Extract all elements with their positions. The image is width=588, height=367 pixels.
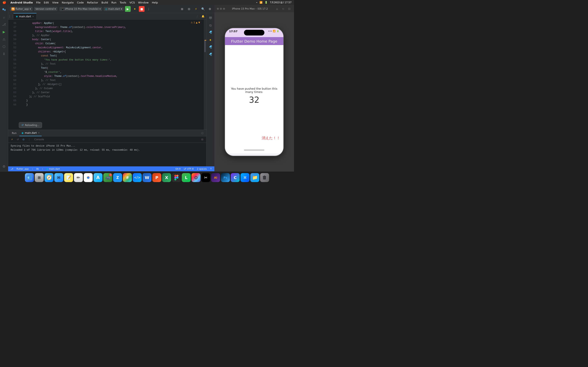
bottom-refresh-btn[interactable]: ↺ (16, 137, 20, 142)
layout-icon[interactable]: ⊟ (186, 6, 192, 12)
dock-trash-icon[interactable]: 🗑 (260, 173, 269, 182)
code-line-61: ], // <Widget>[] (20, 82, 204, 86)
lightning-icon[interactable]: ⚡ (193, 6, 199, 12)
device-manager-icon[interactable]: ⊞ (179, 6, 185, 12)
tab-grip[interactable]: ⋮⋮ (9, 13, 13, 19)
dock-files-icon[interactable]: 📁 (250, 173, 259, 182)
dock-vscode-icon[interactable]: </> (133, 173, 142, 182)
tab-action-bell[interactable]: 🔔 (200, 14, 205, 19)
star-button[interactable]: ✦ (132, 6, 138, 12)
code-content[interactable]: appBar: AppBar( backgroundColor: Theme.o… (18, 20, 206, 130)
warning-indicator[interactable]: ⚠ 1 ▲ ▼ (191, 21, 200, 24)
bottom-tab-main-dart[interactable]: ◉ main.dart ✕ (19, 130, 42, 136)
dock-safari-icon[interactable]: 🧭 (44, 173, 53, 182)
right-sidebar-flutter3-icon[interactable] (207, 51, 214, 58)
status-indent[interactable]: 2 spaces (197, 167, 207, 170)
warning-up-icon[interactable]: ▲ (196, 21, 198, 24)
dock-line-icon[interactable]: L (182, 173, 191, 182)
dock-finder-icon[interactable] (25, 173, 34, 182)
sim-home-btn[interactable]: ⌂ (275, 7, 279, 11)
sidebar-settings-icon[interactable]: ⚙ (1, 163, 7, 170)
sidebar-vcs-icon[interactable]: ⎇ (1, 21, 7, 28)
dock-notes-icon[interactable]: 📝 (64, 173, 73, 182)
bottom-more-btn[interactable]: ⋮ (27, 137, 31, 142)
dock-ps-icon[interactable]: Ps (221, 173, 230, 182)
vcs-selector[interactable]: Version control ▾ (34, 7, 58, 11)
sidebar-commit-icon[interactable]: ↕ (1, 50, 7, 57)
sim-rotate-btn[interactable]: ⎋ (281, 7, 285, 11)
right-sidebar-star-icon[interactable]: ✦ (207, 37, 214, 43)
status-encoding[interactable]: LF UTF-8 (184, 167, 194, 170)
status-project[interactable]: flutter_app (17, 167, 29, 170)
iphone-counter: 32 (249, 95, 259, 105)
right-sidebar-copy-icon[interactable]: ⧉ (207, 22, 214, 29)
bottom-layout-btn[interactable]: ⊟ (200, 137, 205, 142)
dock-figma-icon[interactable] (172, 173, 181, 182)
settings-icon[interactable]: ⚙ (207, 6, 213, 12)
menu-help[interactable]: Help (152, 1, 158, 4)
bottom-expand-icon[interactable]: ⬡ (200, 131, 205, 135)
menu-edit[interactable]: Edit (44, 1, 49, 4)
dock-appstore-icon[interactable]: A (94, 173, 103, 182)
sidebar-files-icon[interactable] (1, 7, 7, 13)
menu-build[interactable]: Build (102, 1, 108, 4)
right-sidebar-device-icon[interactable] (207, 15, 214, 21)
tab-main-dart[interactable]: ◉ main.dart ✕ (13, 13, 36, 19)
menu-window[interactable]: Window (138, 1, 149, 4)
scroll-indicator[interactable] (204, 20, 206, 130)
code-line-57: Text( (20, 66, 204, 70)
status-file[interactable]: ◉ main.dart (46, 167, 60, 170)
sim-light-1 (217, 8, 219, 10)
sim-screenshot-btn[interactable]: ⊡ (287, 7, 292, 11)
right-sidebar-flutter2-icon[interactable] (207, 44, 214, 50)
menu-vcs[interactable]: VCS (130, 1, 135, 4)
menu-file[interactable]: File (36, 1, 41, 4)
status-position[interactable]: 64:9 (176, 167, 181, 170)
dock-chrome-icon[interactable] (84, 173, 93, 182)
dock-photos-icon[interactable]: ⊙ (191, 173, 200, 182)
tab-action-more[interactable]: ⋮ (195, 14, 200, 19)
run-file-selector[interactable]: ◎ main.dart ▾ (104, 7, 124, 11)
dock-zoom-icon[interactable]: Z (113, 173, 122, 182)
stop-button[interactable]: ■ (139, 6, 145, 12)
dock-freeform-icon[interactable]: ✏ (74, 173, 83, 182)
dock-ai-icon[interactable]: Ai (211, 173, 220, 182)
dock-xcode-icon[interactable]: ⌘ (241, 173, 250, 182)
dock-mail-icon[interactable]: ✉ (54, 173, 63, 182)
dock-capcut-icon[interactable]: ✂ (201, 173, 210, 182)
menu-tools[interactable]: Tools (120, 1, 126, 4)
device-selector[interactable]: 📱 iPhone 15 Pro Max (mobile) ▾ (60, 7, 102, 11)
tab-close-icon[interactable]: ✕ (32, 15, 34, 17)
warning-down-icon[interactable]: ▼ (199, 21, 200, 24)
dock-word-icon[interactable]: W (143, 173, 151, 182)
search-icon[interactable]: 🔍 (200, 6, 206, 12)
project-selector[interactable]: FA flutter_app ▾ (10, 7, 33, 11)
bottom-lightning-btn[interactable]: ⚡ (10, 137, 14, 142)
scroll-thumb[interactable] (204, 40, 206, 52)
sidebar-run-icon[interactable]: ▶ (1, 29, 7, 35)
menu-android-studio[interactable]: Android Studio (10, 1, 33, 4)
apple-icon[interactable]: 🍎 (2, 1, 6, 4)
dock-launchpad-icon[interactable]: ⊞ (35, 173, 44, 182)
dock-excel-icon[interactable]: X (162, 173, 171, 182)
menu-code[interactable]: Code (77, 1, 84, 4)
menu-navigate[interactable]: Navigate (62, 1, 74, 4)
bottom-tab-close-icon[interactable]: ✕ (38, 132, 40, 134)
sidebar-search-icon[interactable]: ⌕ (1, 14, 7, 20)
status-lib[interactable]: lib (36, 167, 39, 170)
more-button[interactable]: ⋮ (146, 6, 151, 12)
dock-slack-icon[interactable]: # (123, 173, 132, 182)
status-git-push-icon[interactable]: ↑ (210, 167, 212, 170)
editor-tab-bar: ⋮⋮ ◉ main.dart ✕ ⋮ 🔔 (8, 13, 206, 20)
dock-powerpoint-icon[interactable]: P (152, 173, 161, 182)
bottom-tab-run[interactable]: Run (10, 130, 18, 136)
menu-refactor[interactable]: Refactor (87, 1, 98, 4)
dock-facetime-icon[interactable]: 📹 2 (103, 173, 112, 182)
menu-run[interactable]: Run (111, 1, 116, 4)
sidebar-terminal-icon[interactable]: ⬡ (1, 43, 7, 50)
run-button[interactable]: ▶ (125, 6, 131, 12)
dock-canva-icon[interactable]: C (231, 173, 240, 182)
menu-view[interactable]: View (52, 1, 59, 4)
right-sidebar-flutter-icon[interactable] (207, 29, 214, 36)
sidebar-problems-icon[interactable]: ⚠ (1, 36, 7, 42)
